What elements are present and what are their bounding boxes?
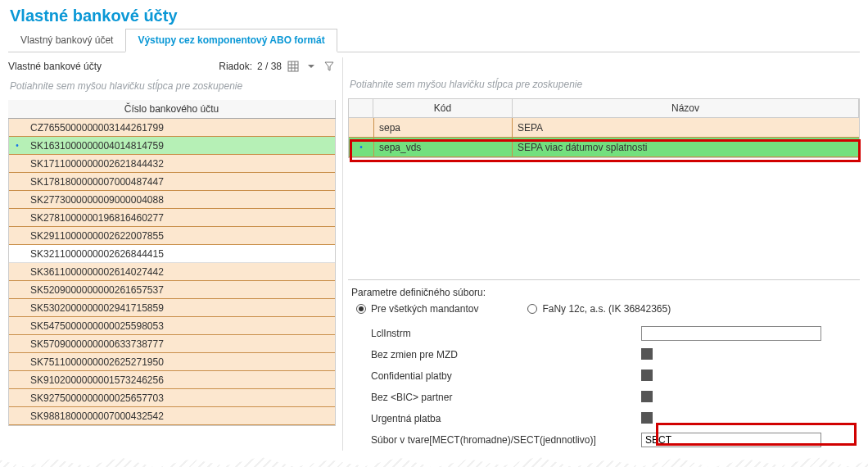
row-marker: • [9, 141, 25, 150]
text-input[interactable] [641, 326, 821, 341]
account-number-cell: SK5209000000000261657537 [25, 284, 335, 296]
account-number-cell: SK5709000000000633738777 [25, 338, 335, 350]
left-panel-title: Vlastné bankové účty [8, 61, 102, 72]
checkbox[interactable] [641, 370, 653, 381]
accounts-list[interactable]: CZ7655000000003144261799•SK1631000000004… [8, 119, 336, 426]
grid-options-icon[interactable] [287, 60, 300, 73]
radio-icon [356, 304, 366, 314]
left-panel: Vlastné bankové účty Riadok: 2 / 38 Poti… [8, 57, 336, 451]
param-field: Confidential platby [351, 365, 857, 387]
svg-rect-0 [288, 61, 298, 71]
account-number-cell: SK2773000000009000004088 [25, 194, 335, 206]
account-number-cell: SK2911000000002622007855 [25, 230, 335, 242]
col-marker [349, 99, 373, 117]
radio-label: Pre všetkých mandantov [371, 303, 478, 315]
radio-all-mandants[interactable]: Pre všetkých mandantov [356, 303, 478, 315]
params-section: Parametre definičného súboru: Pre všetký… [348, 279, 860, 451]
account-number-cell: CZ7655000000003144261799 [25, 122, 335, 134]
left-column-headers: Číslo bankového účtu [8, 100, 336, 119]
table-row[interactable]: SK2781000000196816460277 [9, 209, 335, 227]
tabs: Vlastný bankový účet Výstupy cez kompone… [8, 29, 860, 52]
table-row[interactable]: SK5475000000000025598053 [9, 317, 335, 335]
account-number-cell: SK3211000000002626844415 [25, 248, 335, 260]
param-field: Bez <BIC> partner [351, 387, 857, 408]
account-number-cell: SK9102000000001573246256 [25, 374, 335, 386]
field-label: LclInstrm [371, 328, 641, 339]
table-row[interactable]: CZ7655000000003144261799 [9, 119, 335, 137]
radio-icon [527, 304, 537, 314]
checkbox[interactable] [641, 391, 653, 402]
code-table: Kód Názov sepaSEPA•sepa_vdsSEPA viac dát… [348, 98, 860, 158]
sect-input[interactable] [641, 433, 821, 447]
table-row[interactable]: •SK1631000000004014814759 [9, 137, 335, 155]
col-account-number[interactable]: Číslo bankového účtu [8, 100, 336, 118]
field-label: Bez <BIC> partner [371, 392, 641, 403]
field-label: Súbor v tvare[MECT(hromadne)/SECT(jednno… [371, 434, 641, 446]
kod-cell: sepa_vds [373, 138, 513, 156]
tab-own-account[interactable]: Vlastný bankový účet [8, 29, 125, 52]
account-number-cell: SK1711000000002621844432 [25, 158, 335, 170]
field-label: Urgentná platba [371, 413, 641, 424]
col-kod[interactable]: Kód [373, 99, 513, 117]
table-row[interactable]: sepaSEPA [349, 118, 859, 138]
table-row[interactable]: SK2773000000009000004088 [9, 191, 335, 209]
account-number-cell: SK5302000000002941715859 [25, 302, 335, 314]
account-number-cell: SK9275000000000025657703 [25, 392, 335, 404]
group-hint-left: Potiahnite sem myšou hlavičku stĺpca pre… [8, 75, 336, 100]
account-number-cell: SK2781000000196816460277 [25, 212, 335, 224]
table-row[interactable]: SK3211000000002626844415 [9, 245, 335, 263]
account-number-cell: SK1631000000004014814759 [25, 140, 335, 152]
checkbox[interactable] [641, 348, 653, 360]
table-row[interactable]: SK9881800000007000432542 [9, 407, 335, 425]
table-row[interactable]: SK7511000000002625271950 [9, 353, 335, 371]
table-row[interactable]: SK9275000000000025657703 [9, 389, 335, 407]
param-field: Urgentná platba [351, 408, 857, 429]
table-row[interactable]: SK1781800000007000487447 [9, 173, 335, 191]
radio-fany[interactable]: FaNy 12c, a.s. (IK 36842365) [527, 303, 671, 315]
torn-edge [0, 454, 868, 467]
row-counter: 2 / 38 [257, 61, 282, 72]
field-label: Confidential platby [371, 370, 641, 382]
group-hint-right: Potiahnite sem myšou hlavičku stĺpca pre… [348, 74, 860, 98]
params-title: Parametre definičného súboru: [351, 287, 857, 298]
table-row[interactable]: SK3611000000002614027442 [9, 263, 335, 281]
row-counter-label: Riadok: [219, 61, 252, 72]
table-row[interactable]: SK5209000000000261657537 [9, 281, 335, 299]
table-row[interactable]: SK5709000000000633738777 [9, 335, 335, 353]
nazov-cell: SEPA viac dátumov splatnosti [513, 138, 859, 156]
col-nazov[interactable]: Názov [513, 99, 859, 117]
account-number-cell: SK9881800000007000432542 [25, 410, 335, 422]
account-number-cell: SK7511000000002625271950 [25, 356, 335, 368]
tab-abo-outputs[interactable]: Výstupy cez komponentový ABO formát [125, 29, 337, 52]
account-number-cell: SK1781800000007000487447 [25, 176, 335, 188]
filter-icon[interactable] [323, 60, 336, 73]
field-label: Bez zmien pre MZD [371, 349, 641, 360]
param-field: Bez zmien pre MZD [351, 344, 857, 365]
table-row[interactable]: SK9102000000001573246256 [9, 371, 335, 389]
table-row[interactable]: SK5302000000002941715859 [9, 299, 335, 317]
checkbox[interactable] [641, 412, 653, 424]
right-panel: Potiahnite sem myšou hlavičku stĺpca pre… [342, 57, 860, 451]
table-row[interactable]: SK2911000000002622007855 [9, 227, 335, 245]
table-row[interactable]: •sepa_vdsSEPA viac dátumov splatnosti [349, 138, 859, 157]
param-field: LclInstrm [351, 323, 857, 344]
page-title: Vlastné bankové účty [10, 7, 860, 25]
param-field: Súbor v tvare[MECT(hromadne)/SECT(jednno… [351, 429, 857, 451]
table-row[interactable]: SK1711000000002621844432 [9, 155, 335, 173]
nazov-cell: SEPA [513, 118, 859, 137]
row-marker: • [349, 143, 373, 152]
radio-label: FaNy 12c, a.s. (IK 36842365) [542, 303, 671, 315]
account-number-cell: SK3611000000002614027442 [25, 266, 335, 278]
kod-cell: sepa [373, 118, 513, 137]
account-number-cell: SK5475000000000025598053 [25, 320, 335, 332]
dropdown-icon[interactable] [305, 60, 318, 73]
